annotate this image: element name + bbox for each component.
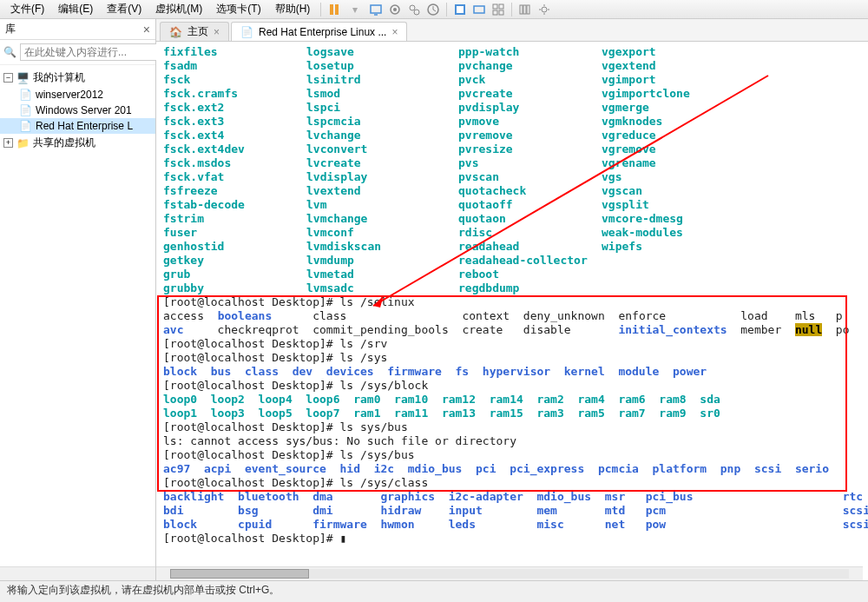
menu-separator-3 <box>511 3 512 17</box>
tab-label: Red Hat Enterprise Linux ... <box>259 26 386 38</box>
svg-rect-1 <box>335 4 339 15</box>
snapshot-mgr-icon[interactable] <box>406 2 422 17</box>
collapse-icon[interactable]: − <box>3 73 13 83</box>
tree-vm-winserver[interactable]: 📄 winserver2012 <box>0 87 155 103</box>
pause-icon[interactable] <box>326 2 342 17</box>
svg-point-5 <box>393 8 397 11</box>
tree-vm-winserver2[interactable]: 📄 Windows Server 201 <box>0 103 155 118</box>
tab-close-icon[interactable]: × <box>214 26 220 38</box>
sidebar-hscroll[interactable] <box>0 566 155 580</box>
terminal-output[interactable]: fixfileslogsaveppp-watchvgexportfsadmlos… <box>156 42 868 566</box>
tree-shared-vms[interactable]: + 📁 共享的虚拟机 <box>0 134 155 152</box>
sidebar-title: 库 <box>5 22 16 36</box>
unity-icon[interactable] <box>471 2 487 17</box>
clock-icon[interactable] <box>425 2 441 17</box>
tree-label: 共享的虚拟机 <box>33 136 95 150</box>
vm-tab-icon: 📄 <box>240 26 253 38</box>
vm-icon: 📄 <box>19 89 32 101</box>
tab-close-icon[interactable]: × <box>391 26 398 38</box>
menu-vm[interactable]: 虚拟机(M) <box>148 0 209 18</box>
home-icon: 🏠 <box>169 26 182 38</box>
screen-icon[interactable] <box>368 2 384 17</box>
menu-separator-2 <box>446 3 447 17</box>
svg-point-7 <box>414 10 419 15</box>
sidebar-tree: − 🖥️ 我的计算机 📄 winserver2012 📄 Windows Ser… <box>0 65 155 155</box>
content-hscroll[interactable] <box>156 566 863 580</box>
menu-tabs[interactable]: 选项卡(T) <box>209 0 267 18</box>
status-text: 将输入定向到该虚拟机，请在虚拟机内部单击或按 Ctrl+G。 <box>7 583 279 598</box>
tab-label: 主页 <box>187 24 208 39</box>
vm-icon: 📄 <box>19 120 32 132</box>
tree-vm-redhat[interactable]: 📄 Red Hat Enterprise L <box>0 118 155 134</box>
tree-my-computer[interactable]: − 🖥️ 我的计算机 <box>0 69 155 87</box>
computer-icon: 🖥️ <box>16 72 30 84</box>
svg-rect-14 <box>493 10 497 15</box>
svg-rect-12 <box>493 4 497 9</box>
svg-point-19 <box>542 7 547 12</box>
svg-rect-0 <box>330 4 333 15</box>
vm-icon: 📄 <box>19 104 32 116</box>
search-icon: 🔍 <box>3 46 16 58</box>
search-input[interactable] <box>20 43 159 61</box>
svg-point-6 <box>410 5 415 10</box>
sidebar: 库 × 🔍 ▾ − 🖥️ 我的计算机 📄 winserver2012 📄 Win… <box>0 19 156 580</box>
library-icon[interactable] <box>517 2 533 17</box>
tab-bar: 🏠 主页 × 📄 Red Hat Enterprise Linux ... × <box>156 19 868 42</box>
svg-rect-10 <box>457 6 464 13</box>
gear-icon[interactable] <box>536 2 552 17</box>
tree-label: Red Hat Enterprise L <box>36 120 133 132</box>
svg-rect-15 <box>499 10 503 15</box>
content-area: 🏠 主页 × 📄 Red Hat Enterprise Linux ... × … <box>156 19 868 580</box>
app-menubar: 文件(F) 编辑(E) 查看(V) 虚拟机(M) 选项卡(T) 帮助(H) ▾ <box>0 0 868 19</box>
tab-home[interactable]: 🏠 主页 × <box>160 22 229 41</box>
svg-rect-16 <box>520 5 523 14</box>
svg-rect-17 <box>523 5 526 14</box>
expand-icon[interactable]: + <box>3 138 13 148</box>
sidebar-header: 库 × <box>0 19 155 40</box>
tree-label: Windows Server 201 <box>36 104 132 116</box>
menu-file[interactable]: 文件(F) <box>3 0 51 18</box>
menu-edit[interactable]: 编辑(E) <box>51 0 100 18</box>
tree-label: winserver2012 <box>36 89 103 101</box>
svg-rect-11 <box>474 6 484 13</box>
menu-view[interactable]: 查看(V) <box>100 0 148 18</box>
menu-help[interactable]: 帮助(H) <box>268 0 318 18</box>
menu-separator <box>320 3 321 17</box>
tree-label: 我的计算机 <box>33 70 85 85</box>
snapshot-icon[interactable] <box>387 2 403 17</box>
svg-rect-18 <box>527 5 529 14</box>
svg-rect-2 <box>371 5 381 13</box>
fullscreen-icon[interactable] <box>452 2 468 17</box>
tab-redhat[interactable]: 📄 Red Hat Enterprise Linux ... × <box>231 22 407 41</box>
thumbnail-icon[interactable] <box>490 2 506 17</box>
shared-icon: 📁 <box>16 137 30 149</box>
sidebar-close-icon[interactable]: × <box>143 23 150 36</box>
status-bar: 将输入定向到该虚拟机，请在虚拟机内部单击或按 Ctrl+G。 <box>0 580 868 599</box>
svg-rect-13 <box>499 4 503 9</box>
